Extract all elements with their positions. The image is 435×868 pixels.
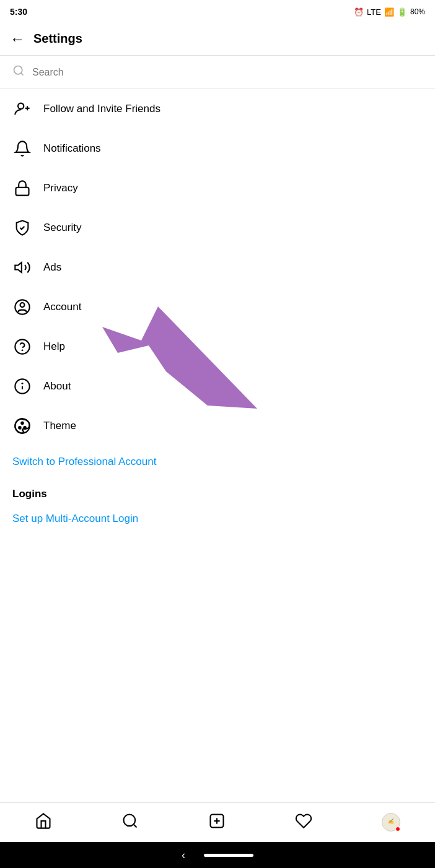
search-icon xyxy=(12,64,25,80)
privacy-label: Privacy xyxy=(43,182,78,194)
question-circle-icon xyxy=(12,337,32,357)
signal-bars-icon: 📶 xyxy=(384,7,394,17)
follow-icon xyxy=(12,99,32,119)
alarm-icon: ⏰ xyxy=(354,7,364,17)
battery-percentage: 80% xyxy=(410,7,425,16)
search-input[interactable] xyxy=(32,67,423,78)
palette-icon xyxy=(12,416,32,436)
professional-account-link[interactable]: Switch to Professional Account xyxy=(0,446,435,478)
bottom-navigation: ✍ xyxy=(0,802,435,842)
nav-heart[interactable] xyxy=(295,812,312,832)
svg-point-2 xyxy=(18,103,24,109)
follow-label: Follow and Invite Friends xyxy=(43,103,160,115)
menu-item-help[interactable]: Help xyxy=(0,327,435,367)
settings-header: ← Settings xyxy=(0,22,435,56)
svg-marker-6 xyxy=(15,263,21,272)
lock-icon xyxy=(12,178,32,198)
battery-icon: 🔋 xyxy=(397,7,407,17)
search-bar[interactable] xyxy=(0,56,435,89)
menu-item-security[interactable]: Security xyxy=(0,208,435,248)
status-bar: 5:30 ⏰ LTE 📶 🔋 80% xyxy=(0,0,435,22)
status-time: 5:30 xyxy=(10,7,27,17)
svg-rect-5 xyxy=(16,188,29,196)
lte-icon: LTE xyxy=(367,7,381,17)
person-circle-icon xyxy=(12,297,32,317)
home-icon xyxy=(35,812,52,832)
logins-label: Logins xyxy=(12,488,47,500)
nav-search[interactable] xyxy=(121,812,139,832)
svg-point-20 xyxy=(124,814,136,826)
multi-account-login-link[interactable]: Set up Multi-Account Login xyxy=(0,503,435,535)
add-icon xyxy=(208,812,226,832)
heart-icon xyxy=(295,812,312,832)
menu-item-follow[interactable]: Follow and Invite Friends xyxy=(0,89,435,129)
megaphone-icon xyxy=(12,258,32,277)
notification-dot xyxy=(395,827,400,831)
shield-icon xyxy=(12,218,32,238)
svg-point-16 xyxy=(21,422,24,425)
ads-label: Ads xyxy=(43,261,61,274)
security-label: Security xyxy=(43,222,81,234)
nav-profile[interactable]: ✍ xyxy=(382,813,400,831)
home-indicator xyxy=(204,854,253,857)
menu-item-theme[interactable]: Theme xyxy=(0,406,435,446)
svg-point-15 xyxy=(19,427,21,429)
menu-item-ads[interactable]: Ads xyxy=(0,248,435,287)
account-label: Account xyxy=(43,301,81,313)
menu-item-notifications[interactable]: Notifications xyxy=(0,129,435,168)
theme-label: Theme xyxy=(43,420,76,432)
status-right: ⏰ LTE 📶 🔋 80% xyxy=(354,7,425,17)
svg-point-8 xyxy=(20,303,25,307)
menu-item-privacy[interactable]: Privacy xyxy=(0,168,435,208)
logins-section-header: Logins xyxy=(0,478,435,503)
settings-menu: Follow and Invite Friends Notifications … xyxy=(0,89,435,446)
svg-line-1 xyxy=(21,73,24,76)
multi-account-login-text: Set up Multi-Account Login xyxy=(12,513,138,524)
search-nav-icon xyxy=(121,812,139,832)
notifications-label: Notifications xyxy=(43,142,101,155)
professional-account-text: Switch to Professional Account xyxy=(12,456,156,467)
menu-item-account[interactable]: Account xyxy=(0,287,435,327)
svg-line-21 xyxy=(133,824,136,827)
nav-add[interactable] xyxy=(208,812,226,832)
avatar: ✍ xyxy=(382,813,400,831)
info-circle-icon xyxy=(12,376,32,396)
svg-point-9 xyxy=(15,339,29,354)
page-title: Settings xyxy=(33,32,82,46)
system-back-icon[interactable]: ‹ xyxy=(182,849,185,862)
about-label: About xyxy=(43,380,71,393)
back-button[interactable]: ← xyxy=(10,32,25,46)
svg-point-0 xyxy=(14,66,22,74)
menu-item-about[interactable]: About xyxy=(0,367,435,406)
bell-icon xyxy=(12,139,32,158)
system-navigation-bar: ‹ xyxy=(0,842,435,868)
help-label: Help xyxy=(43,341,65,353)
nav-home[interactable] xyxy=(35,812,52,832)
